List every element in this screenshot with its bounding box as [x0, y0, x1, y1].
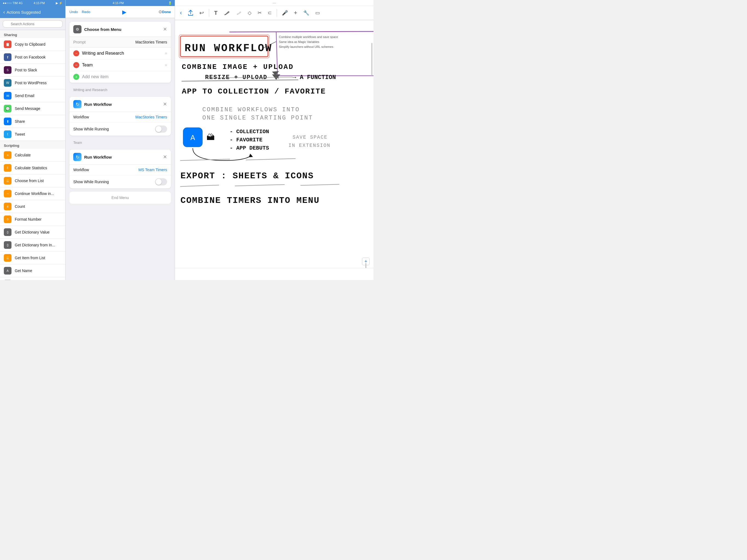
share-button[interactable] [187, 9, 195, 17]
settings-button[interactable]: ⚙ [158, 9, 162, 15]
get-name-icon: A [4, 267, 11, 275]
drag-handle[interactable]: ≡ [165, 63, 167, 67]
action-item[interactable]: S Post to Slack [0, 64, 66, 77]
action-label: Continue Workflow in... [15, 192, 54, 196]
scroll-indicator: 2 1 [365, 258, 366, 268]
remove-button[interactable]: − [73, 50, 79, 56]
writing-section-label: Writing and Research [70, 86, 171, 94]
eraser-tool-button[interactable]: ◇ [247, 9, 253, 17]
row-value[interactable]: MacStories Timers [135, 115, 167, 119]
action-item[interactable]: Σ Calculate Statistics [0, 161, 66, 175]
card-header: ↻ Run Workflow ✕ [70, 150, 171, 164]
action-item[interactable]: {} Get Dictionary Value [0, 226, 66, 239]
drag-handle[interactable]: ≡ [165, 51, 167, 55]
action-label: Copy to Clipboard [15, 42, 45, 47]
action-item[interactable]: 💬 Send Message [0, 102, 66, 115]
action-item[interactable]: t Tweet [0, 128, 66, 141]
action-item[interactable]: ☰ Get Item from List [0, 252, 66, 264]
count-icon: # [4, 203, 11, 210]
svg-text:EXPORT : SHEETS & ICONS: EXPORT : SHEETS & ICONS [180, 171, 314, 181]
run-button[interactable]: ▶ [122, 9, 126, 15]
action-item[interactable]: ☰ Choose from List [0, 175, 66, 187]
card-close-button[interactable]: ✕ [163, 102, 167, 107]
action-item[interactable]: W Post to WordPress [0, 77, 66, 90]
prompt-label: Prompt [73, 40, 85, 44]
redo-button[interactable]: Redo [82, 10, 90, 14]
action-item[interactable]: 📋 Copy to Clipboard [0, 38, 66, 51]
row-label: Workflow [73, 115, 89, 119]
svg-rect-37 [371, 43, 372, 76]
pen-tool-button[interactable] [223, 9, 231, 17]
card-close-button[interactable]: ✕ [163, 27, 167, 32]
svg-text:A: A [190, 134, 195, 142]
action-item[interactable]: 0 Format Number [0, 213, 66, 226]
remove-button[interactable]: − [73, 62, 79, 68]
action-item[interactable]: ⬆ Share [0, 115, 66, 128]
row-value[interactable]: MS Team Timers [138, 168, 167, 172]
workflow-content: ⚙ Choose from Menu ✕ Prompt MacStories T… [66, 18, 175, 280]
add-button[interactable]: + [73, 74, 79, 80]
action-label: Calculate Statistics [15, 166, 47, 170]
undo-button[interactable]: ↩ [198, 9, 205, 17]
action-item[interactable]: A Get Name [0, 264, 66, 277]
notes-status-indicator: — [273, 1, 276, 5]
action-label: Get Dictionary Value [15, 230, 50, 234]
tablet-button[interactable]: ▭ [314, 9, 321, 17]
scissors-tool-button[interactable]: ✂ [256, 9, 263, 17]
lasso-tool-button[interactable]: ⊂ [266, 9, 273, 17]
wordpress-icon: W [4, 79, 11, 87]
svg-text:IN EXTENSION: IN EXTENSION [288, 143, 331, 148]
wrench-button[interactable]: 🔧 [302, 9, 310, 17]
list-item-left: − Writing and Research [73, 50, 124, 56]
list-item: − Writing and Research ≡ [70, 48, 171, 59]
handwriting-svg: Combine multiple workflows and save spac… [175, 20, 374, 268]
facebook-icon: f [4, 53, 11, 61]
notes-bottom-right: + 2 1 [362, 258, 370, 265]
text-tool-button[interactable]: T [213, 9, 218, 17]
highlighter-icon [236, 10, 242, 16]
workflow-icon: ↻ [73, 153, 81, 161]
mic-button[interactable]: 🎤 [281, 9, 289, 17]
get-dict-value-icon: {} [4, 228, 11, 236]
card-row: Show While Running [70, 123, 171, 136]
action-item[interactable]: f Post on Facebook [0, 51, 66, 64]
svg-line-34 [235, 184, 284, 186]
choose-from-menu-card: ⚙ Choose from Menu ✕ Prompt MacStories T… [70, 22, 171, 83]
svg-text:ONE SINGLE STARTING POINT: ONE SINGLE STARTING POINT [202, 114, 313, 121]
action-label: Post to Slack [15, 68, 37, 72]
action-label: Send Email [15, 94, 34, 98]
list-item: + Add new item [70, 71, 171, 83]
highlighter-tool-button[interactable] [235, 9, 243, 17]
actions-panel: ●●○○○ TIM 4G 4:15 PM ▶ ⚡ ‹ Actions Sugge… [0, 0, 66, 280]
action-item[interactable]: → Continue Workflow in... [0, 187, 66, 200]
svg-text:RUN WORKFLOW: RUN WORKFLOW [185, 42, 273, 54]
calculate-icon: = [4, 151, 11, 159]
action-label: Post to WordPress [15, 81, 47, 85]
action-item[interactable]: # Count [0, 200, 66, 213]
back-button[interactable]: ‹ [179, 9, 183, 17]
notes-status-bar: — [175, 0, 374, 6]
message-icon: 💬 [4, 105, 11, 112]
workflow-title: ▶ [90, 9, 158, 15]
action-item[interactable]: {} Get Dictionary from In... [0, 239, 66, 252]
section-sharing: Sharing [0, 30, 66, 38]
undo-button[interactable]: Undo [70, 10, 78, 14]
search-input[interactable] [3, 20, 62, 28]
battery-status: ▶ ⚡ [56, 1, 62, 5]
card-header: ↻ Run Workflow ✕ [70, 97, 171, 112]
action-item[interactable]: = Calculate [0, 149, 66, 161]
show-running-toggle[interactable] [155, 126, 167, 133]
section-scripting: Scripting [0, 141, 66, 149]
back-chevron-icon: ‹ [3, 9, 5, 15]
action-item[interactable]: ? If [0, 277, 66, 280]
action-item[interactable]: ✉ Send Email [0, 90, 66, 102]
separator [277, 9, 277, 17]
svg-line-33 [180, 185, 219, 186]
copy-clipboard-icon: 📋 [4, 41, 11, 48]
done-button[interactable]: Done [162, 10, 171, 14]
card-close-button[interactable]: ✕ [163, 154, 167, 159]
add-button[interactable]: + [293, 9, 299, 17]
show-running-toggle-2[interactable] [155, 178, 167, 185]
nav-title: Actions Suggested [6, 10, 41, 15]
notes-panel: — ‹ ↩ T ◇ ✂ ⊂ 🎤 + 🔧 [175, 0, 374, 280]
